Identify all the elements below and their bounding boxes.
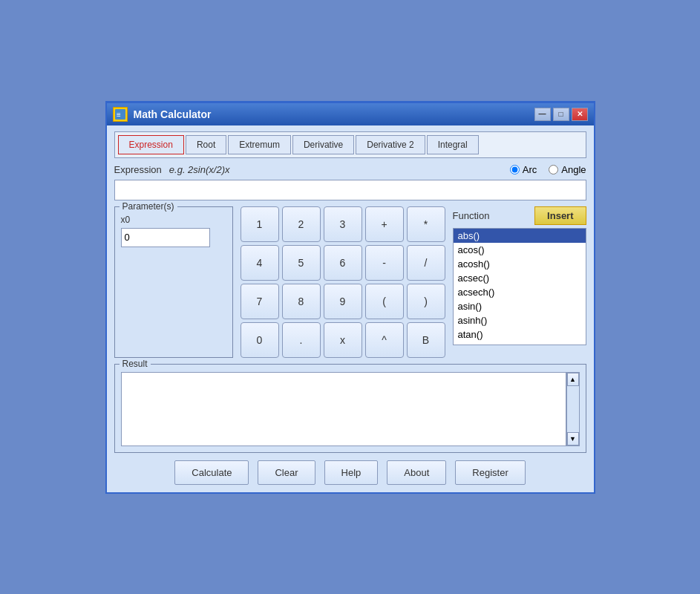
parameters-box: Parameter(s) x0	[114, 206, 233, 358]
window-title: Math Calculator	[134, 108, 212, 120]
angle-option: Angle	[549, 164, 586, 175]
function-item[interactable]: acos()	[454, 243, 586, 257]
function-item[interactable]: acsec()	[454, 271, 586, 285]
key-btn-_[interactable]: /	[407, 245, 445, 281]
function-item[interactable]: asinh()	[454, 313, 586, 327]
tab-expression[interactable]: Expression	[118, 135, 184, 154]
key-btn-_[interactable]: (	[365, 284, 404, 319]
key-btn-_[interactable]: .	[282, 322, 321, 358]
function-item[interactable]: atan()	[454, 327, 586, 342]
keypad: 123+*456-/789()0.x^B	[241, 206, 445, 358]
tab-derivative[interactable]: Derivative	[292, 135, 354, 154]
register-button[interactable]: Register	[455, 460, 525, 485]
key-btn-8[interactable]: 8	[282, 284, 321, 319]
key-btn-2[interactable]: 2	[282, 206, 321, 242]
expression-label: Expression	[114, 164, 162, 175]
function-list-container[interactable]: abs()acos()acosh()acsec()acsech()asin()a…	[453, 228, 586, 345]
key-btn-4[interactable]: 4	[241, 245, 279, 281]
calculate-button[interactable]: Calculate	[174, 460, 249, 485]
key-btn-_[interactable]: +	[365, 206, 404, 242]
clear-button[interactable]: Clear	[258, 460, 315, 485]
about-button[interactable]: About	[387, 460, 446, 485]
function-item[interactable]: acosh()	[454, 257, 586, 271]
main-window: ≡ Math Calculator — □ ✕ Expression Root …	[105, 101, 595, 494]
key-btn-9[interactable]: 9	[324, 284, 362, 319]
scroll-up-arrow[interactable]: ▲	[567, 373, 579, 386]
help-button[interactable]: Help	[324, 460, 379, 485]
calc-area: Parameter(s) x0 123+*456-/789()0.x^B Fun…	[114, 206, 586, 358]
key-btn-_[interactable]: ^	[365, 322, 404, 358]
key-btn-_[interactable]: )	[407, 284, 445, 319]
tab-extremum[interactable]: Extremum	[228, 135, 291, 154]
expression-example: e.g. 2sin(x/2)x	[169, 164, 230, 175]
angle-mode-group: Arc Angle	[510, 164, 586, 175]
tab-derivative2[interactable]: Derivative 2	[356, 135, 425, 154]
function-list: abs()acos()acosh()acsec()acsech()asin()a…	[454, 229, 586, 345]
result-textarea[interactable]	[121, 372, 566, 446]
main-content: Expression Root Extremum Derivative Deri…	[107, 125, 594, 492]
function-item[interactable]: acsech()	[454, 285, 586, 299]
function-item[interactable]: asin()	[454, 299, 586, 313]
tab-bar: Expression Root Extremum Derivative Deri…	[114, 131, 586, 158]
angle-radio[interactable]	[549, 165, 558, 174]
function-header: Function Insert	[453, 206, 586, 225]
angle-label[interactable]: Angle	[561, 164, 586, 175]
key-btn-1[interactable]: 1	[241, 206, 279, 242]
result-legend: Result	[120, 359, 151, 369]
key-btn-0[interactable]: 0	[241, 322, 279, 358]
key-btn-_[interactable]: *	[407, 206, 445, 242]
key-btn-3[interactable]: 3	[324, 206, 362, 242]
scroll-down-arrow[interactable]: ▼	[567, 432, 579, 446]
key-btn-5[interactable]: 5	[282, 245, 321, 281]
function-label: Function	[453, 210, 490, 221]
key-btn-6[interactable]: 6	[324, 245, 362, 281]
function-area: Function Insert abs()acos()acosh()acsec(…	[453, 206, 586, 358]
expression-row: Expression e.g. 2sin(x/2)x Arc Angle	[114, 164, 586, 175]
arc-option: Arc	[510, 164, 537, 175]
key-btn-x[interactable]: x	[324, 322, 362, 358]
app-icon: ≡	[113, 107, 128, 122]
tab-root[interactable]: Root	[186, 135, 226, 154]
result-scrollbar: ▲ ▼	[566, 372, 580, 446]
close-button[interactable]: ✕	[572, 108, 588, 121]
title-bar: ≡ Math Calculator — □ ✕	[107, 103, 594, 125]
function-item[interactable]: abs()	[454, 229, 586, 243]
parameters-legend: Parameter(s)	[120, 201, 177, 212]
bottom-buttons: Calculate Clear Help About Register	[114, 460, 586, 485]
insert-button[interactable]: Insert	[534, 206, 586, 225]
maximize-button[interactable]: □	[553, 108, 569, 121]
param-input[interactable]	[121, 228, 210, 247]
param-label: x0	[121, 215, 226, 225]
arc-radio[interactable]	[510, 165, 520, 174]
tab-integral[interactable]: Integral	[427, 135, 479, 154]
result-box: Result ▲ ▼	[114, 364, 586, 453]
svg-text:≡: ≡	[117, 111, 121, 119]
function-item[interactable]: atanh()	[454, 342, 586, 345]
key-btn-B[interactable]: B	[407, 322, 445, 358]
arc-label[interactable]: Arc	[523, 164, 537, 175]
expression-input[interactable]	[114, 180, 586, 200]
minimize-button[interactable]: —	[534, 108, 551, 121]
key-btn-_[interactable]: -	[365, 245, 404, 281]
key-btn-7[interactable]: 7	[241, 284, 279, 319]
